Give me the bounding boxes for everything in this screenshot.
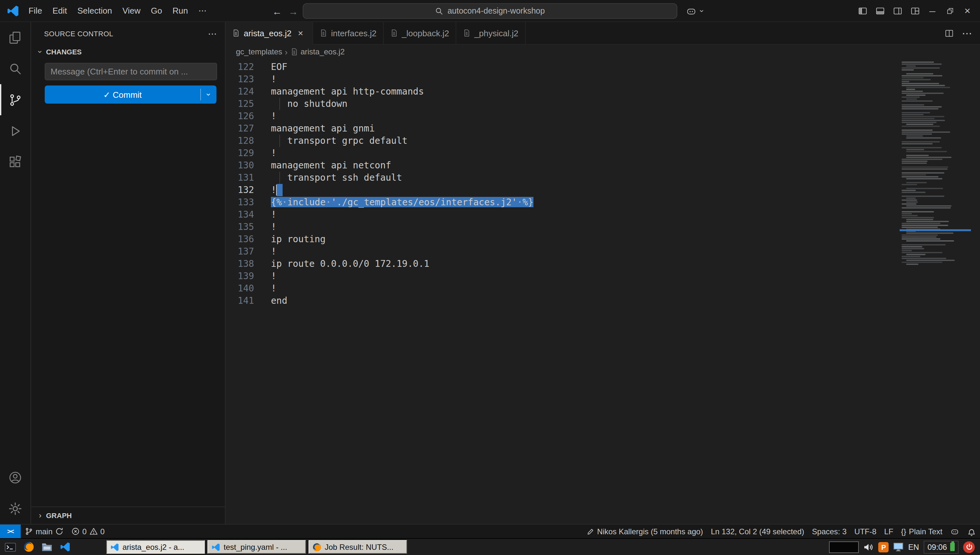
tab-interfaces.j2[interactable]: interfaces.j2 — [313, 22, 383, 44]
language-mode-item[interactable]: {} Plain Text — [897, 525, 946, 538]
close-window-button[interactable]: × — [959, 0, 976, 22]
minimap-line — [906, 73, 933, 74]
code-line[interactable]: 131 transport ssh default — [225, 172, 980, 184]
problems-item[interactable]: 0 0 — [68, 525, 109, 538]
nav-forward-icon[interactable]: → — [288, 5, 298, 16]
accounts-icon[interactable] — [0, 462, 31, 493]
minimap-line — [906, 89, 915, 90]
copilot-button[interactable]: › — [683, 3, 708, 19]
source-control-icon[interactable] — [0, 84, 31, 115]
code-line[interactable]: 129! — [225, 147, 980, 159]
code-text: transport ssh default — [271, 172, 402, 184]
eol-item[interactable]: LF — [880, 525, 897, 538]
minimap-line — [906, 188, 943, 189]
clock-group[interactable]: 09:06 — [924, 541, 959, 553]
tab-arista_eos.j2[interactable]: arista_eos.j2× — [225, 22, 313, 44]
search-nav-icon[interactable] — [0, 53, 31, 84]
menu-more-button[interactable]: ⋯ — [193, 6, 212, 16]
graph-section-header[interactable]: › GRAPH — [31, 507, 225, 524]
display-settings-icon[interactable] — [893, 542, 904, 552]
code-line[interactable]: 128 transport grpc default — [225, 135, 980, 147]
commit-dropdown-button[interactable]: › — [201, 90, 216, 99]
tab-_physical.j2[interactable]: _physical.j2 — [456, 22, 526, 44]
toggle-sidebar-left-button[interactable] — [854, 0, 871, 22]
settings-gear-icon[interactable] — [0, 493, 31, 524]
restore-button[interactable] — [941, 0, 959, 22]
taskbar-window-button[interactable]: test_ping.yaml - ... — [208, 540, 306, 554]
code-line[interactable]: 139! — [225, 270, 980, 282]
menu-selection[interactable]: Selection — [72, 2, 117, 19]
extensions-icon[interactable] — [0, 146, 31, 178]
editor-more-actions-icon[interactable]: ⋯ — [959, 25, 975, 41]
nav-back-icon[interactable]: ← — [272, 5, 282, 16]
code-line[interactable]: 126! — [225, 110, 980, 122]
tray-app-p-icon[interactable]: P — [879, 542, 889, 552]
minimize-button[interactable]: ─ — [924, 0, 941, 22]
vscode-window: FileEditSelectionViewGoRun ⋯ ← → autocon… — [0, 0, 980, 555]
notifications-item[interactable] — [963, 525, 980, 538]
menu-run[interactable]: Run — [167, 2, 193, 19]
firefox-launcher-icon[interactable] — [21, 540, 36, 554]
code-line[interactable]: 132! — [225, 184, 980, 196]
code-line[interactable]: 136ip routing — [225, 233, 980, 245]
vscode-launcher-icon[interactable] — [57, 540, 72, 554]
copilot-status-item[interactable] — [946, 525, 963, 538]
taskbar-window-button[interactable]: arista_eos.j2 - a... — [106, 540, 205, 554]
file-manager-launcher-icon[interactable] — [39, 540, 55, 554]
commit-button[interactable]: ✓ Commit › — [45, 85, 216, 104]
command-center[interactable]: autocon4-design-workshop — [303, 3, 677, 19]
git-blame-item[interactable]: Nikos Kallergis (5 months ago) — [583, 525, 707, 538]
menu-edit[interactable]: Edit — [47, 2, 72, 19]
braces-icon: {} — [901, 527, 906, 536]
code-line[interactable]: 125 no shutdown — [225, 98, 980, 110]
terminal-launcher-icon[interactable] — [3, 540, 18, 554]
menu-go[interactable]: Go — [146, 2, 167, 19]
code-line[interactable]: 134! — [225, 209, 980, 221]
menu-file[interactable]: File — [23, 2, 47, 19]
code-line[interactable]: 123! — [225, 73, 980, 85]
menu-view[interactable]: View — [117, 2, 146, 19]
cursor-position-item[interactable]: Ln 132, Col 2 (49 selected) — [707, 525, 808, 538]
tab-close-icon[interactable]: × — [295, 28, 306, 38]
code-text: ! — [271, 184, 283, 196]
code-line[interactable]: 124management api http-commands — [225, 85, 980, 98]
code-line[interactable]: 138ip route 0.0.0.0/0 172.19.0.1 — [225, 258, 980, 270]
code-line[interactable]: 133{%·include·'./gc_templates/eos/interf… — [225, 196, 980, 209]
volume-icon[interactable] — [864, 542, 874, 552]
breadcrumb-folder[interactable]: gc_templates — [236, 47, 282, 56]
power-button[interactable] — [963, 541, 975, 553]
code-line[interactable]: 141end — [225, 295, 980, 307]
minimap-line — [901, 184, 917, 185]
tab-label: arista_eos.j2 — [244, 28, 291, 38]
split-editor-icon[interactable] — [941, 25, 957, 41]
copilot-status-icon — [950, 527, 959, 536]
breadcrumb-file[interactable]: arista_eos.j2 — [301, 47, 344, 56]
run-debug-icon[interactable] — [0, 115, 31, 146]
tab-_loopback.j2[interactable]: _loopback.j2 — [384, 22, 456, 44]
toggle-panel-button[interactable] — [871, 0, 888, 22]
sidebar-more-actions-icon[interactable]: ⋯ — [208, 28, 217, 38]
customize-layout-button[interactable] — [906, 0, 924, 22]
code-line[interactable]: 130management api netconf — [225, 159, 980, 172]
code-line[interactable]: 122EOF — [225, 61, 980, 73]
branch-item[interactable]: main — [21, 525, 68, 538]
encoding-item[interactable]: UTF-8 — [850, 525, 880, 538]
keyboard-layout-indicator[interactable]: EN — [908, 542, 919, 552]
tray-window-preview[interactable] — [829, 541, 859, 553]
minimap[interactable] — [900, 59, 971, 524]
line-number: 130 — [225, 159, 254, 172]
remote-indicator[interactable]: >< — [0, 525, 21, 538]
taskbar-window-button[interactable]: Job Result: NUTS... — [309, 540, 407, 554]
code-line[interactable]: 127management api gnmi — [225, 122, 980, 135]
code-line[interactable]: 140! — [225, 282, 980, 295]
changes-section-header[interactable]: › CHANGES — [31, 45, 225, 59]
minimap-line — [901, 126, 940, 127]
commit-message-input[interactable] — [45, 63, 217, 80]
code-line[interactable]: 137! — [225, 245, 980, 258]
code-editor[interactable]: 122EOF123!124management api http-command… — [225, 59, 980, 524]
code-line[interactable]: 135! — [225, 221, 980, 233]
line-number: 134 — [225, 209, 254, 221]
toggle-sidebar-right-button[interactable] — [888, 0, 906, 22]
indentation-item[interactable]: Spaces: 3 — [808, 525, 851, 538]
explorer-icon[interactable] — [0, 22, 31, 53]
